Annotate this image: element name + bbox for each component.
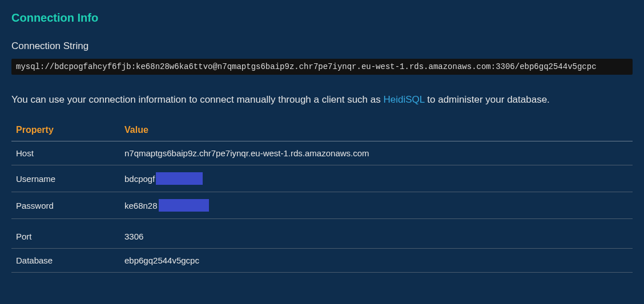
panel-title: Connection Info [11,11,633,25]
property-host-value: n7qmaptgs6baip9z.chr7pe7iynqr.eu-west-1.… [120,141,633,165]
connection-info-panel: Connection Info Connection String mysql:… [11,11,633,273]
info-text-suffix: to administer your database. [425,94,550,105]
header-property: Property [11,119,120,141]
property-username-value: bdcpogf [120,165,633,192]
table-header-row: Property Value [11,119,633,141]
connection-string-label: Connection String [11,40,633,52]
property-password-label: Password [11,192,120,219]
table-row-gap [11,219,633,225]
connection-string-value[interactable]: mysql://bdcpogfahcyf6fjb:ke68n28w6ka6ttv… [11,59,633,75]
info-text: You can use your connection information … [11,94,633,106]
header-value: Value [120,119,633,141]
username-visible-part: bdcpogf [124,174,155,184]
password-visible-part: ke68n28 [124,201,158,210]
info-text-prefix: You can use your connection information … [11,94,383,105]
table-row-port: Port 3306 [11,225,633,249]
property-database-value: ebp6gq2544v5gcpc [120,249,633,273]
property-port-value: 3306 [120,225,633,249]
heidisql-link[interactable]: HeidiSQL [383,94,424,105]
property-password-value: ke68n28 [120,192,633,219]
table-row-password: Password ke68n28 [11,192,633,219]
table-row-username: Username bdcpogf [11,165,633,192]
property-database-label: Database [11,249,120,273]
password-redaction-block [159,199,209,212]
property-username-label: Username [11,165,120,192]
table-row-host: Host n7qmaptgs6baip9z.chr7pe7iynqr.eu-we… [11,141,633,165]
connection-properties-table: Property Value Host n7qmaptgs6baip9z.chr… [11,119,633,273]
property-host-label: Host [11,141,120,165]
username-redaction-block [156,172,203,185]
property-port-label: Port [11,225,120,249]
table-row-database: Database ebp6gq2544v5gcpc [11,249,633,273]
